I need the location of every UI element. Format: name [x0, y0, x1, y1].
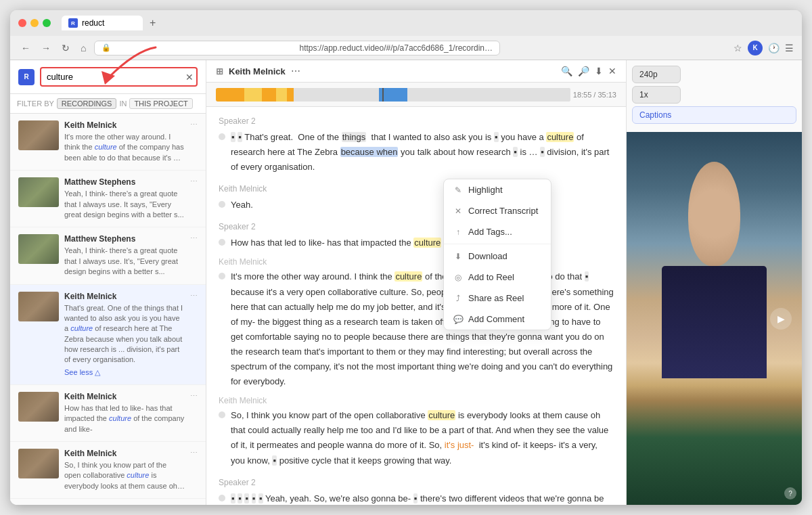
add-comment-menu-item[interactable]: 💬 Add Comment: [444, 309, 551, 330]
paragraph-text: ▪ ▪ That's great. One of the things that…: [231, 130, 614, 175]
thumbnail-image: [18, 392, 59, 422]
search-input[interactable]: [40, 67, 198, 87]
filter-recordings-chip[interactable]: RECORDINGS: [57, 98, 117, 109]
correct-icon: ✕: [453, 206, 463, 216]
speaker-label-2b: Speaker 2: [219, 222, 614, 231]
speaker-label-2c: Speaker 2: [219, 478, 614, 487]
search-transcript-button[interactable]: 🔍: [561, 66, 572, 76]
paragraph-marker: [219, 201, 225, 208]
profile-icon[interactable]: K: [748, 41, 763, 55]
result-actions: ⋯: [190, 234, 198, 277]
search-sidebar: R ✕ FILTER BY RECORDINGS IN THIS PROJECT: [10, 60, 206, 505]
transcript-paragraph: ▪ ▪ ▪ ▪ ▪ Yeah, yeah. So, we're also gon…: [219, 491, 614, 505]
result-thumbnail: [18, 177, 59, 207]
search-results-list: Keith Melnick It's more the other way ar…: [10, 114, 206, 505]
result-content: Keith Melnick That's great. One of the t…: [64, 292, 185, 378]
menu-icon[interactable]: ☰: [785, 43, 794, 53]
forward-button[interactable]: →: [39, 41, 53, 55]
download-menu-icon: ⬇: [453, 252, 463, 261]
search-header: R ✕: [10, 60, 206, 94]
transcript-body: Speaker 2 ▪ ▪ That's great. One of the t…: [206, 107, 626, 505]
transcript-paragraph: ▪ ▪ That's great. One of the things that…: [219, 130, 614, 175]
history-icon[interactable]: 🕐: [768, 43, 780, 53]
main-transcript-area: ⊞ Keith Melnick ⋯ 🔍 🔎 ⬇ ✕: [206, 60, 626, 505]
result-thumbnail: [18, 449, 59, 478]
more-options-button[interactable]: ⋯: [291, 66, 300, 76]
speaker-label-keith2: Keith Melnick: [219, 257, 614, 267]
add-tags-menu-item[interactable]: ↑ Add Tags...: [444, 221, 551, 242]
active-tab[interactable]: R reduct: [62, 16, 143, 30]
transcript-paragraph: It's more the other way around. I think …: [219, 269, 614, 389]
back-button[interactable]: ←: [18, 41, 33, 55]
result-more-button[interactable]: ⋯: [190, 120, 198, 129]
list-item[interactable]: Keith Melnick So, I think you know part …: [10, 442, 206, 499]
paragraph-marker: [219, 239, 225, 246]
result-actions: ⋯: [190, 449, 198, 491]
result-actions: ⋯: [190, 292, 198, 378]
correct-transcript-menu-item[interactable]: ✕ Correct Transcript: [444, 200, 551, 221]
correct-transcript-label: Correct Transcript: [468, 206, 538, 216]
bookmark-icon[interactable]: ☆: [734, 43, 742, 53]
result-speaker-name: Keith Melnick: [64, 292, 185, 301]
close-window-button[interactable]: [18, 19, 26, 27]
refresh-button[interactable]: ↻: [59, 41, 72, 55]
result-thumbnail: [18, 292, 59, 321]
video-help-button[interactable]: ?: [784, 487, 796, 499]
result-more-button[interactable]: ⋯: [190, 449, 198, 457]
thumbnail-image: [18, 120, 59, 150]
result-more-button[interactable]: ⋯: [190, 177, 198, 186]
search-clear-button[interactable]: ✕: [185, 72, 194, 83]
list-item[interactable]: Matthew Stephens Yeah, I think- there's …: [10, 171, 206, 227]
result-content: Matthew Stephens Yeah, I think- there's …: [64, 234, 185, 277]
share-as-reel-label: Share as Reel: [468, 293, 524, 303]
result-speaker-name: Matthew Stephens: [64, 234, 185, 244]
list-item[interactable]: Keith Melnick How has that led to like- …: [10, 385, 206, 442]
video-panel: 240p 1x Captions ▶ ?: [626, 60, 802, 505]
list-item[interactable]: Matthew Stephens Yeah, I think- there's …: [10, 227, 206, 284]
filter-in-label: IN: [119, 99, 127, 108]
captions-button[interactable]: Captions: [632, 106, 796, 124]
result-excerpt: It's more the other way around. I think …: [64, 132, 185, 163]
share-as-reel-menu-item[interactable]: ⤴ Share as Reel: [444, 288, 551, 309]
list-item[interactable]: Keith Melnick That's great. One of the t…: [10, 285, 206, 385]
close-panel-button[interactable]: ✕: [608, 66, 616, 76]
minimize-window-button[interactable]: [30, 19, 39, 27]
quality-button[interactable]: 240p: [632, 66, 681, 83]
transcript-paragraph: So, I think you know part of the open co…: [219, 408, 614, 468]
zoom-button[interactable]: 🔎: [578, 66, 589, 76]
speed-button[interactable]: 1x: [632, 86, 681, 104]
speaker-label-2a: Speaker 2: [219, 116, 614, 126]
browser-titlebar: R reduct +: [10, 10, 802, 36]
highlight-menu-item[interactable]: ✎ Highlight: [444, 179, 551, 200]
download-button[interactable]: ⬇: [595, 66, 603, 76]
result-actions: ⋯: [190, 177, 198, 220]
result-more-button[interactable]: ⋯: [190, 392, 198, 401]
filter-bar: FILTER BY RECORDINGS IN THIS PROJECT: [10, 94, 206, 114]
result-speaker-name: Keith Melnick: [64, 449, 185, 458]
url-bar[interactable]: 🔒 https://app.reduct.video/#/p/a7acc6d68…: [94, 41, 500, 55]
traffic-lights: [18, 19, 51, 27]
list-item[interactable]: Keith Melnick It's more the other way ar…: [10, 114, 206, 171]
transcript-header: ⊞ Keith Melnick ⋯ 🔍 🔎 ⬇ ✕: [206, 60, 626, 83]
paragraph-marker: [219, 411, 225, 418]
filter-project-chip[interactable]: THIS PROJECT: [129, 98, 192, 109]
result-more-button[interactable]: ⋯: [190, 234, 198, 243]
result-more-button[interactable]: ⋯: [190, 292, 198, 300]
maximize-window-button[interactable]: [43, 19, 51, 27]
paragraph-text: Yeah.: [231, 198, 614, 212]
paragraph-text: ▪ ▪ ▪ ▪ ▪ Yeah, yeah. So, we're also gon…: [231, 491, 614, 505]
play-button[interactable]: ▶: [770, 308, 792, 330]
see-less-button[interactable]: See less △: [64, 368, 100, 376]
url-text: https://app.reduct.video/#/p/a7acc6d686_…: [299, 43, 493, 53]
timeline-track[interactable]: [216, 88, 570, 102]
add-to-reel-menu-item[interactable]: ◎ Add to Reel: [444, 267, 551, 288]
result-excerpt: Yeah, I think- there's a great quote tha…: [64, 246, 185, 277]
highlight-icon: ✎: [453, 185, 463, 195]
list-item[interactable]: Keith Melnick Like could you talk a litt…: [10, 499, 206, 505]
paragraph-marker: [219, 495, 225, 501]
transcript-controls: 🔍 🔎 ⬇ ✕: [561, 66, 616, 76]
new-tab-button[interactable]: +: [145, 16, 160, 30]
home-button[interactable]: ⌂: [78, 41, 89, 55]
download-menu-item[interactable]: ⬇ Download: [444, 246, 551, 267]
result-excerpt: How has that led to like- has that impac…: [64, 403, 185, 434]
